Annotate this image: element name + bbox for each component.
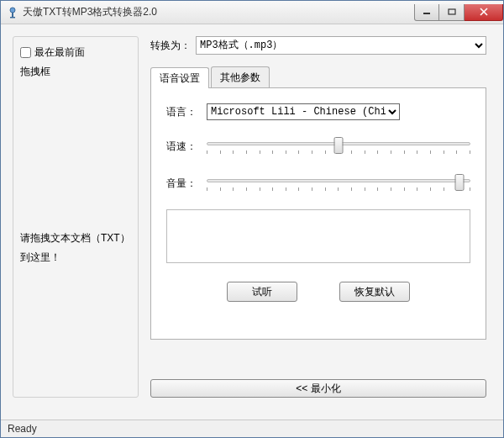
maximize-button[interactable] [439,4,465,21]
speed-slider[interactable] [207,135,470,157]
window-controls [414,4,503,21]
status-text: Ready [8,423,37,435]
slider-thumb[interactable] [455,174,465,191]
volume-row: 音量： [166,172,470,194]
preview-button[interactable]: 试听 [227,282,297,302]
tab-label: 语音设置 [160,72,200,84]
preview-textbox[interactable] [166,209,470,263]
drag-frame-label: 拖拽框 [20,65,131,79]
app-icon [6,6,19,19]
volume-label: 音量： [166,177,200,191]
svg-rect-1 [12,13,13,17]
slider-track [207,179,470,182]
speed-row: 语速： [166,135,470,157]
volume-slider[interactable] [207,172,470,194]
svg-rect-3 [423,13,430,14]
statusbar: Ready [1,420,503,437]
collapse-label: << 最小化 [296,382,340,396]
convert-format-select[interactable]: MP3格式（.mp3） [196,36,486,55]
convert-row: 转换为： MP3格式（.mp3） [150,36,486,55]
language-row: 语言： Microsoft Lili - Chinese (China) [166,103,470,120]
reset-defaults-button[interactable]: 恢复默认 [339,282,410,302]
speed-label: 语速： [166,140,200,154]
language-label: 语言： [166,105,200,119]
tabs: 语音设置 其他参数 语言： Microsoft Lili - Chinese (… [150,66,486,344]
language-select[interactable]: Microsoft Lili - Chinese (China) [207,103,400,120]
svg-rect-2 [10,17,15,18]
titlebar: 天傲TXT转MP3格式转换器2.0 [1,1,503,24]
convert-label: 转换为： [150,39,191,53]
right-area: 转换为： MP3格式（.mp3） 语音设置 其他参数 语言： Microsoft… [150,36,486,344]
button-row: 试听 恢复默认 [166,282,470,302]
drag-hint-line: 请拖拽文本文档（TXT） [20,229,130,248]
topmost-label: 最在最前面 [34,45,85,60]
tab-voice-settings[interactable]: 语音设置 [150,67,209,88]
left-panel: 最在最前面 拖拽框 请拖拽文本文档（TXT） 到这里！ [13,36,139,398]
tab-label: 其他参数 [220,71,260,83]
tab-other-params[interactable]: 其他参数 [211,66,270,87]
svg-point-0 [10,8,15,13]
slider-thumb[interactable] [334,137,344,154]
window-title: 天傲TXT转MP3格式转换器2.0 [23,5,414,19]
drag-hint: 请拖拽文本文档（TXT） 到这里！ [20,229,130,267]
close-button[interactable] [465,4,503,21]
topmost-row: 最在最前面 [20,45,131,60]
collapse-button[interactable]: << 最小化 [150,379,486,398]
topmost-checkbox[interactable] [20,47,31,58]
app-window: 天傲TXT转MP3格式转换器2.0 最在最前面 拖拽框 请拖拽文本文档（TXT）… [0,0,504,438]
content-area: 最在最前面 拖拽框 请拖拽文本文档（TXT） 到这里！ 转换为： MP3格式（.… [1,24,503,421]
minimize-button[interactable] [414,4,439,21]
svg-rect-4 [449,9,455,14]
slider-ticks [207,187,470,193]
drag-hint-line: 到这里！ [20,248,130,267]
tabstrip: 语音设置 其他参数 [150,66,486,87]
tab-panel-voice: 语言： Microsoft Lili - Chinese (China) 语速： [150,87,486,340]
